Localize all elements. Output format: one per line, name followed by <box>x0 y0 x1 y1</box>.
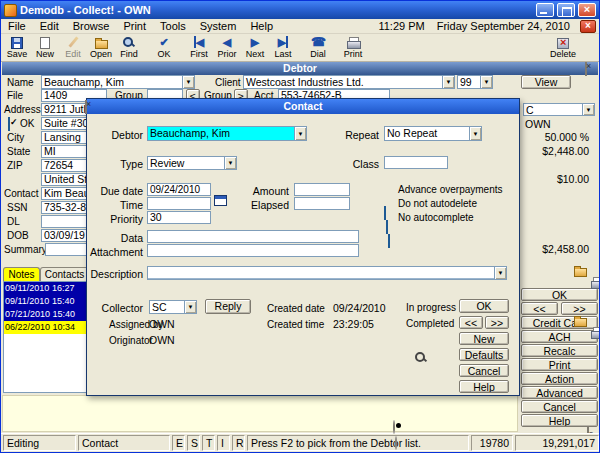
first-button[interactable]: First <box>185 35 213 61</box>
notes-panel[interactable] <box>2 395 518 432</box>
menu-print[interactable]: Print <box>116 19 153 33</box>
dlg-help-button[interactable]: Help <box>459 380 509 393</box>
dlg-ok-button[interactable]: OK <box>459 299 509 313</box>
section-close-icon[interactable] <box>585 62 587 76</box>
save-button[interactable]: Save <box>3 35 31 61</box>
prior-button[interactable]: Prior <box>213 35 241 61</box>
priority-field[interactable]: 30 <box>147 211 211 224</box>
dlg-prev-button[interactable]: << <box>459 316 483 329</box>
dlg-defaults-button[interactable]: Defaults <box>459 348 509 361</box>
dropdown-arrow-icon[interactable] <box>224 157 236 169</box>
debtor-name-combo[interactable]: Beauchamp, Kim <box>41 75 195 89</box>
dial-button[interactable]: Dial <box>304 35 332 61</box>
panel-next-button[interactable]: >> <box>561 302 598 315</box>
dropdown-arrow-icon[interactable] <box>469 127 481 140</box>
type-combo[interactable]: Review <box>147 156 237 170</box>
attachment-field[interactable] <box>147 244 359 257</box>
status-combo[interactable]: C <box>523 103 595 116</box>
edit-button[interactable]: Edit <box>59 35 87 61</box>
delete-button[interactable]: Delete <box>549 35 577 61</box>
dlg-cancel-button[interactable]: Cancel <box>459 364 509 377</box>
dropdown-arrow-icon[interactable] <box>184 301 196 313</box>
collector-combo[interactable]: SC <box>149 300 197 314</box>
status-flag-e: E <box>172 435 185 451</box>
calendar-icon[interactable] <box>214 195 227 206</box>
completed-radio[interactable] <box>395 436 397 450</box>
action-button[interactable]: Action <box>521 372 598 385</box>
next-arrow-icon <box>248 36 262 49</box>
originator-label: Originator <box>109 334 153 347</box>
data-field[interactable] <box>147 230 359 243</box>
list-item[interactable]: 07/21/2010 15:40 <box>4 308 86 321</box>
menu-tools[interactable]: Tools <box>153 19 193 33</box>
panel-cancel-button[interactable]: Cancel <box>521 400 598 413</box>
panel-ok-button[interactable]: OK <box>521 288 598 301</box>
next-button[interactable]: Next <box>241 35 269 61</box>
amount-field[interactable] <box>294 183 350 196</box>
view-button[interactable]: View <box>521 75 571 89</box>
dropdown-arrow-icon[interactable] <box>182 76 194 88</box>
list-item[interactable]: 09/11/2010 15:40 <box>4 295 86 308</box>
client-code-combo[interactable]: 99 <box>457 75 493 89</box>
do-not-autodelete-checkbox[interactable] <box>386 220 388 234</box>
minimize-button[interactable] <box>536 3 554 17</box>
dlg-new-button[interactable]: New <box>459 332 509 345</box>
menu-help[interactable]: Help <box>243 19 280 33</box>
close-button[interactable] <box>578 3 596 17</box>
advanced-button[interactable]: Advanced <box>521 386 598 399</box>
status-flag-t: T <box>202 435 215 451</box>
no-autocomplete-checkbox[interactable] <box>388 234 390 248</box>
ok-checkbox[interactable] <box>8 117 10 131</box>
list-item[interactable]: 06/22/2010 10:34 <box>4 321 86 334</box>
dlg-debtor-combo[interactable]: Beauchamp, Kim <box>147 126 307 141</box>
attachment-print-icon[interactable] <box>591 327 600 339</box>
tab-notes[interactable]: Notes <box>3 267 40 281</box>
client-label: Client <box>215 76 241 89</box>
panel-print-button[interactable]: Print <box>521 358 598 371</box>
dlg-debtor-value: Beauchamp, Kim <box>148 127 294 140</box>
print-button[interactable]: Print <box>339 35 367 61</box>
reply-button[interactable]: Reply <box>205 299 251 314</box>
maximize-button[interactable] <box>557 3 575 17</box>
in-progress-radio[interactable] <box>393 420 395 434</box>
find-label: Find <box>120 49 138 59</box>
contact-dialog: Contact Debtor Beauchamp, Kim Repeat No … <box>86 98 520 396</box>
find-button[interactable]: Find <box>115 35 143 61</box>
recalc-button[interactable]: Recalc <box>521 344 598 357</box>
panel-help-button[interactable]: Help <box>521 414 598 427</box>
open-button[interactable]: Open <box>87 35 115 61</box>
dropdown-arrow-icon[interactable] <box>494 267 506 279</box>
data-print-icon[interactable] <box>591 277 600 289</box>
dropdown-arrow-icon[interactable] <box>582 104 594 115</box>
last-button[interactable]: Last <box>269 35 297 61</box>
list-item[interactable]: 09/11/2010 16:27 <box>4 282 86 295</box>
class-field[interactable] <box>384 156 448 169</box>
tab-contacts[interactable]: Contacts <box>40 267 89 281</box>
dropdown-arrow-icon[interactable] <box>294 127 306 140</box>
description-combo[interactable] <box>147 266 507 280</box>
dropdown-arrow-icon[interactable] <box>480 76 492 88</box>
ok-button[interactable]: OK <box>150 35 178 61</box>
menu-browse[interactable]: Browse <box>66 19 117 33</box>
mdi-close-button[interactable] <box>580 20 596 33</box>
client-combo[interactable]: Westcoast Industries Ltd. <box>243 75 455 89</box>
ach-button[interactable]: ACH <box>521 330 598 343</box>
attachment-folder-icon[interactable] <box>574 318 587 327</box>
dropdown-arrow-icon[interactable] <box>442 76 454 88</box>
elapsed-field[interactable] <box>294 197 350 210</box>
due-date-field[interactable]: 09/24/2010 <box>147 183 211 196</box>
repeat-combo[interactable]: No Repeat <box>384 126 482 141</box>
completed-label: Completed <box>406 317 454 330</box>
status-message: Press F2 to pick from the Debtor list. <box>247 435 469 451</box>
data-folder-icon[interactable] <box>574 268 587 277</box>
menu-file[interactable]: File <box>1 19 33 33</box>
advance-overpayments-checkbox[interactable] <box>384 206 386 220</box>
menu-edit[interactable]: Edit <box>33 19 66 33</box>
dlg-next-button[interactable]: >> <box>485 316 509 329</box>
time-field[interactable] <box>147 197 211 210</box>
dialog-close-icon[interactable] <box>85 100 87 114</box>
attachment-magnifier-icon[interactable] <box>414 351 428 364</box>
menu-system[interactable]: System <box>193 19 244 33</box>
panel-prev-button[interactable]: << <box>521 302 558 315</box>
new-button[interactable]: New <box>31 35 59 61</box>
